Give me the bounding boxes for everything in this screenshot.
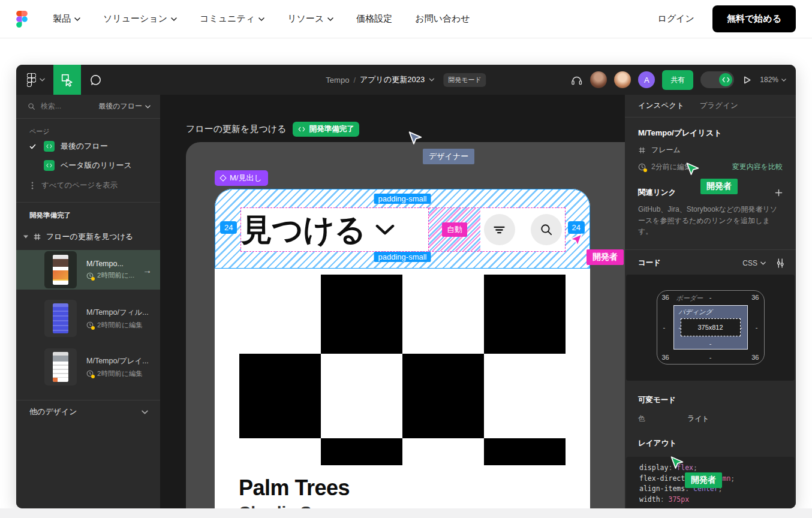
present-play-icon[interactable]: [741, 74, 753, 86]
file-name[interactable]: アプリの更新2023: [360, 74, 425, 85]
checker-cell: [321, 438, 402, 465]
signup-cta-button[interactable]: 無料で始める: [712, 5, 796, 32]
checker-cell: [321, 354, 402, 438]
checker-cell: [402, 354, 484, 438]
expand-triangle-icon[interactable]: [23, 235, 28, 239]
box-model-preview: 36 36 36 36 ボーダー - - - - パディング - - - -: [626, 275, 795, 381]
frame-list-item[interactable]: M/Tempo/プレイ...2時間前に編集: [16, 347, 160, 387]
variable-modes-label: 可変モード: [638, 395, 783, 405]
corner-radius-value: 36: [751, 354, 759, 361]
frame-list-item[interactable]: M/Tempo...2時間前に...→: [16, 250, 160, 290]
comment-tool-button[interactable]: [81, 74, 110, 86]
checker-cell: [239, 354, 321, 438]
color-mode-key: 色: [638, 414, 687, 424]
flow-filter-dropdown[interactable]: 最後のフロー: [98, 101, 151, 112]
plus-icon: [775, 189, 783, 197]
nav-item[interactable]: コミュニティ: [200, 13, 264, 25]
compare-changes-link[interactable]: 変更内容を比較: [732, 162, 783, 172]
developer-cursor: 開発者: [669, 456, 684, 471]
checker-cell: [239, 275, 321, 354]
nav-item[interactable]: 製品: [53, 13, 80, 25]
clock-icon: [86, 321, 94, 329]
nav-item-label: コミュニティ: [200, 13, 255, 25]
code-icon: [722, 77, 730, 83]
frame-name: M/Tempo/プレイ...: [86, 356, 149, 366]
measurement-right: 24: [568, 221, 585, 234]
canvas[interactable]: フローの更新を見つける 開発準備完了 Palm Trees Charlie S …: [160, 95, 625, 508]
collaborator-avatar[interactable]: [590, 71, 607, 88]
tab-plugins[interactable]: プラグイン: [700, 101, 738, 111]
share-button[interactable]: 共有: [662, 70, 693, 90]
checker-cell: [402, 275, 484, 354]
padding-token-top: padding-small: [374, 194, 431, 204]
project-name[interactable]: Tempo: [326, 76, 349, 85]
zoom-menu[interactable]: 182%: [760, 76, 786, 84]
padding-box: パディング - - - - 375x812: [673, 305, 748, 350]
frame-icon: [638, 146, 646, 154]
flow-group-row[interactable]: フローの更新を見つける: [16, 228, 160, 245]
checker-cell: [484, 275, 566, 354]
nav-item[interactable]: リソース: [287, 13, 333, 25]
ready-section-label: 開発準備完了: [29, 211, 160, 220]
code-icon: [298, 127, 305, 132]
checker-cell: [484, 354, 566, 438]
search-icon: [28, 103, 35, 110]
breadcrumb-separator: /: [353, 76, 356, 85]
tab-inspect[interactable]: インスペクト: [638, 101, 684, 111]
chevron-down-icon: [375, 224, 395, 236]
clock-icon: [86, 272, 94, 279]
code-language-dropdown[interactable]: CSS: [742, 259, 766, 267]
other-designs-section[interactable]: 他のデザイン: [16, 400, 160, 423]
frame-title[interactable]: フローの更新を見つける: [186, 124, 286, 135]
corner-radius-value: 36: [662, 294, 669, 301]
clock-icon: [86, 370, 94, 377]
design-frame[interactable]: Palm Trees Charlie S padding-small paddi…: [215, 189, 590, 508]
album-art-checkerboard: [239, 275, 566, 465]
search-button[interactable]: [531, 214, 562, 245]
main-menu-button[interactable]: [16, 73, 53, 87]
frame-list-item[interactable]: M/Tempo/フィル...2時間前に編集: [16, 299, 160, 338]
flow-filter-value: 最後のフロー: [98, 101, 142, 112]
padding-token-bottom: padding-small: [374, 252, 431, 262]
cursor-icon: [669, 456, 684, 471]
show-all-pages-button[interactable]: すべてのページを表示: [16, 177, 160, 194]
sidebar-item-page[interactable]: ベータ版のリリース: [16, 156, 160, 174]
nav-item[interactable]: ソリューション: [103, 13, 177, 25]
user-avatar[interactable]: A: [638, 71, 655, 88]
search-input[interactable]: 検索...: [41, 101, 61, 112]
ready-for-dev-badge[interactable]: 開発準備完了: [293, 122, 359, 137]
chevron-down-icon: [781, 79, 786, 82]
chevron-down-icon[interactable]: [429, 78, 434, 82]
chevron-down-icon: [142, 410, 148, 414]
dev-mode-toggle[interactable]: [700, 71, 734, 88]
frame-list: M/Tempo...2時間前に...→M/Tempo/フィル...2時間前に編集…: [16, 250, 160, 396]
code-language-value: CSS: [742, 259, 757, 267]
select-tool-button[interactable]: [53, 65, 81, 95]
zoom-level: 182%: [760, 76, 778, 84]
component-badge[interactable]: M/見出し: [215, 170, 268, 186]
screen-heading: 見つける: [241, 214, 366, 245]
cursor-icon: [569, 233, 584, 248]
file-breadcrumb[interactable]: Tempo / アプリの更新2023 開発モード: [326, 73, 486, 87]
audio-call-icon[interactable]: [570, 74, 583, 86]
sliders-icon: [775, 258, 785, 269]
frame-edited-time: 2時間前に...: [86, 271, 134, 280]
color-mode-value[interactable]: ライト: [687, 414, 709, 424]
developer-cursor-label: 開発者: [700, 179, 738, 194]
nav-item[interactable]: 価格設定: [356, 13, 392, 25]
selected-header-overlay: padding-small padding-small 24 24 見つける 自…: [215, 189, 590, 269]
go-to-frame-arrow[interactable]: →: [143, 265, 152, 275]
sidebar-item-page[interactable]: 最後のフロー: [16, 137, 160, 155]
nav-item[interactable]: お問い合わせ: [415, 13, 470, 25]
border-value: -: [709, 294, 712, 301]
padding-value: -: [709, 340, 712, 347]
code-settings-button[interactable]: [775, 258, 785, 269]
filter-button[interactable]: [484, 214, 515, 245]
frame-thumbnail: [44, 348, 77, 386]
frame-thumbnail: [53, 352, 68, 382]
login-link[interactable]: ログイン: [658, 13, 694, 25]
figma-logo[interactable]: [16, 11, 28, 28]
flow-group-label: フローの更新を見つける: [46, 231, 133, 242]
collaborator-avatar[interactable]: [614, 71, 631, 88]
add-link-button[interactable]: [775, 189, 783, 197]
